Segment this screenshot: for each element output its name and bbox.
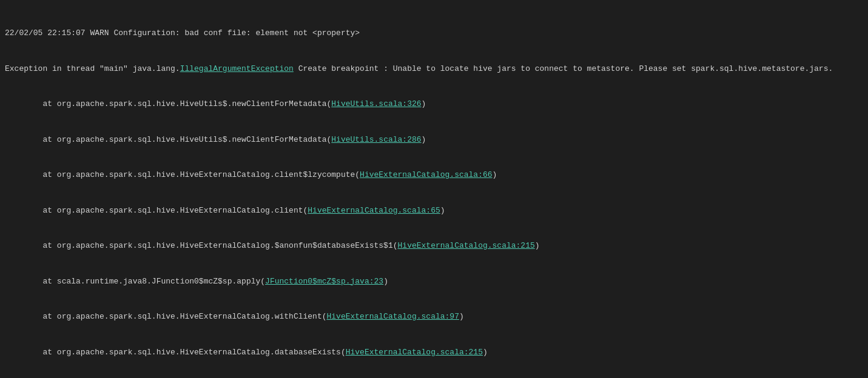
stack-line-7: at org.apache.spark.sql.hive.HiveExterna… <box>5 240 863 252</box>
stack-line-9: at org.apache.spark.sql.hive.HiveExterna… <box>5 311 863 323</box>
stack-link-3[interactable]: HiveUtils.scala:326 <box>331 99 421 108</box>
stack-suffix-8: ) <box>383 277 388 286</box>
stack-suffix-9: ) <box>459 312 464 321</box>
log-line-2: Exception in thread "main" java.lang.Ill… <box>5 63 863 75</box>
stack-link-10[interactable]: HiveExternalCatalog.scala:215 <box>346 348 483 357</box>
stack-link-9[interactable]: HiveExternalCatalog.scala:97 <box>327 312 459 321</box>
stack-line-6: at org.apache.spark.sql.hive.HiveExterna… <box>5 205 863 217</box>
stack-line-10: at org.apache.spark.sql.hive.HiveExterna… <box>5 346 863 359</box>
log-line-1: 22/02/05 22:15:07 WARN Configuration: ba… <box>5 27 863 39</box>
stack-suffix-3: ) <box>422 99 426 108</box>
exception-prefix: Exception in thread "main" java.lang. <box>5 64 180 73</box>
stack-text-4: at org.apache.spark.sql.hive.HiveUtils$.… <box>5 135 331 144</box>
stack-text-7: at org.apache.spark.sql.hive.HiveExterna… <box>5 241 398 250</box>
stack-link-8[interactable]: JFunction0$mcZ$sp.java:23 <box>265 277 383 286</box>
stack-link-7[interactable]: HiveExternalCatalog.scala:215 <box>398 241 535 250</box>
stack-text-10: at org.apache.spark.sql.hive.HiveExterna… <box>5 348 346 357</box>
stack-suffix-5: ) <box>493 170 497 179</box>
exception-middle: Create breakpoint <box>294 64 383 73</box>
console-output: 22/02/05 22:15:07 WARN Configuration: ba… <box>0 2 868 378</box>
stack-text-6: at org.apache.spark.sql.hive.HiveExterna… <box>5 206 308 215</box>
stack-suffix-6: ) <box>440 206 445 215</box>
exception-suffix: : Unable to locate hive jars to connect … <box>383 64 833 73</box>
stack-line-8: at scala.runtime.java8.JFunction0$mcZ$sp… <box>5 276 863 288</box>
stack-text-8: at scala.runtime.java8.JFunction0$mcZ$sp… <box>5 277 265 286</box>
stack-text-5: at org.apache.spark.sql.hive.HiveExterna… <box>5 170 360 179</box>
stack-link-4[interactable]: HiveUtils.scala:286 <box>331 135 421 144</box>
stack-line-5: at org.apache.spark.sql.hive.HiveExterna… <box>5 169 863 181</box>
stack-suffix-4: ) <box>422 135 426 144</box>
stack-suffix-10: ) <box>483 348 488 357</box>
stack-line-3: at org.apache.spark.sql.hive.HiveUtils$.… <box>5 98 863 110</box>
stack-link-5[interactable]: HiveExternalCatalog.scala:66 <box>360 170 492 179</box>
stack-text-9: at org.apache.spark.sql.hive.HiveExterna… <box>5 312 327 321</box>
stack-line-4: at org.apache.spark.sql.hive.HiveUtils$.… <box>5 134 863 146</box>
stack-link-6[interactable]: HiveExternalCatalog.scala:65 <box>308 206 440 215</box>
stack-suffix-7: ) <box>535 241 540 250</box>
exception-class-link[interactable]: IllegalArgumentException <box>180 64 294 73</box>
stack-text-3: at org.apache.spark.sql.hive.HiveUtils$.… <box>5 99 331 108</box>
